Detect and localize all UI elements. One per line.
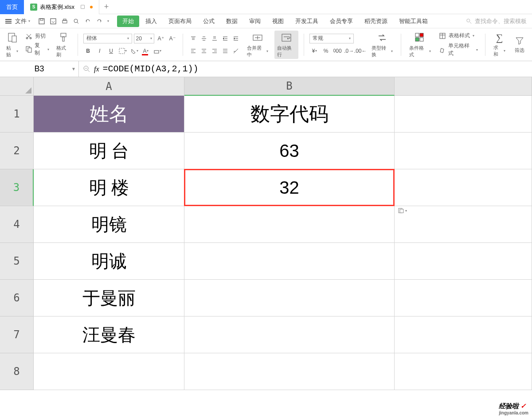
select-all-corner[interactable] xyxy=(0,77,34,96)
menu-页面布局[interactable]: 页面布局 xyxy=(163,16,197,27)
tab-home[interactable]: 首页 xyxy=(0,0,24,14)
qat-more-icon[interactable]: ▾ xyxy=(107,19,109,23)
menu-公式[interactable]: 公式 xyxy=(198,16,220,27)
autosum-button[interactable]: ∑ 求和▾ xyxy=(491,31,508,59)
cell-x5[interactable] xyxy=(395,243,532,280)
underline-button[interactable]: U xyxy=(106,46,116,56)
indent-increase-icon[interactable] xyxy=(231,34,241,43)
zoom-out-icon[interactable] xyxy=(83,66,90,73)
align-center-icon[interactable] xyxy=(199,46,209,56)
cell-x3[interactable] xyxy=(395,169,532,206)
decrease-decimal-icon[interactable]: .00← xyxy=(356,46,365,56)
cell-a2[interactable]: 明 台 xyxy=(34,133,184,169)
row-header-3[interactable]: 3 xyxy=(0,169,34,206)
menu-开始[interactable]: 开始 xyxy=(117,16,139,27)
file-menu[interactable]: 文件 ▾ xyxy=(5,17,30,25)
cut-button[interactable]: 剪切 xyxy=(23,32,51,40)
col-header-A[interactable]: A xyxy=(34,77,184,96)
cell-x2[interactable] xyxy=(395,133,532,169)
justify-icon[interactable] xyxy=(220,46,230,56)
font-size-select[interactable]: 20▾ xyxy=(134,34,154,43)
save-as-icon[interactable] xyxy=(50,18,57,25)
formula-input[interactable]: =CODE(MID(A3,2,1)) xyxy=(103,64,199,74)
cell-style-button[interactable]: 单元格样式▾ xyxy=(437,42,480,57)
format-painter[interactable]: 格式刷 xyxy=(55,31,72,58)
cell-a1[interactable]: 姓名 xyxy=(34,96,184,133)
cell-a5[interactable]: 明诚 xyxy=(34,243,184,280)
comma-icon[interactable]: 000 xyxy=(332,46,342,56)
cell-b6[interactable] xyxy=(184,280,395,316)
cell-x1[interactable] xyxy=(395,96,532,133)
paste-group[interactable]: 粘贴▾ xyxy=(4,31,20,58)
percent-icon[interactable]: % xyxy=(321,46,331,56)
col-header-B[interactable]: B xyxy=(184,77,395,96)
cell-x4[interactable] xyxy=(395,206,532,243)
paste-options-icon[interactable]: ▾ xyxy=(398,208,407,213)
name-box[interactable]: B3 ▼ xyxy=(0,61,79,77)
print-icon[interactable] xyxy=(61,18,68,25)
col-header-c[interactable] xyxy=(395,77,532,96)
row-header-8[interactable]: 8 xyxy=(0,353,34,390)
cell-x8[interactable] xyxy=(395,353,532,390)
row-header-2[interactable]: 2 xyxy=(0,133,34,169)
cell-a4[interactable]: 明镜 xyxy=(34,206,184,243)
preview-icon[interactable] xyxy=(73,18,80,25)
menu-插入[interactable]: 插入 xyxy=(140,16,162,27)
menu-数据[interactable]: 数据 xyxy=(221,16,243,27)
align-bottom-icon[interactable] xyxy=(210,34,219,43)
number-format-select[interactable]: 常规▾ xyxy=(309,34,354,43)
type-convert-button[interactable]: 类型转换▾ xyxy=(369,31,395,59)
currency-icon[interactable]: ¥▾ xyxy=(309,46,319,56)
wrap-text-button[interactable]: 自动换行 xyxy=(274,31,298,59)
indent-decrease-icon[interactable] xyxy=(220,34,230,43)
copy-button[interactable]: 复制▾ xyxy=(23,42,51,57)
cell-b7[interactable] xyxy=(184,316,395,353)
bold-button[interactable]: B xyxy=(83,46,93,56)
row-header-1[interactable]: 1 xyxy=(0,96,34,133)
row-header-6[interactable]: 6 xyxy=(0,280,34,316)
cell-a8[interactable] xyxy=(34,353,184,390)
align-left-icon[interactable] xyxy=(188,46,198,56)
cell-b1[interactable]: 数字代码 xyxy=(184,96,395,133)
row-header-5[interactable]: 5 xyxy=(0,243,34,280)
cell-x7[interactable] xyxy=(395,316,532,353)
font-name-select[interactable]: 楷体▾ xyxy=(83,34,132,43)
table-style-button[interactable]: 表格样式▾ xyxy=(437,32,480,39)
orient-icon[interactable] xyxy=(231,46,241,56)
menu-智能工具箱[interactable]: 智能工具箱 xyxy=(394,16,433,27)
cell-x6[interactable] xyxy=(395,280,532,316)
cell-a3[interactable]: 明 楼 xyxy=(34,169,184,206)
menu-审阅[interactable]: 审阅 xyxy=(244,16,266,27)
decrease-font-icon[interactable]: A⁻ xyxy=(168,34,177,43)
align-right-icon[interactable] xyxy=(210,46,219,56)
fx-icon[interactable]: fx xyxy=(94,65,99,73)
font-color-button[interactable]: A▾ xyxy=(141,46,151,56)
align-middle-icon[interactable] xyxy=(199,34,209,43)
row-header-7[interactable]: 7 xyxy=(0,316,34,353)
undo-icon[interactable] xyxy=(84,18,91,25)
cell-b4[interactable] xyxy=(184,206,395,243)
menu-开发工具[interactable]: 开发工具 xyxy=(290,16,324,27)
cell-a6[interactable]: 于曼丽 xyxy=(34,280,184,316)
align-top-icon[interactable] xyxy=(188,34,198,43)
cell-a7[interactable]: 汪曼春 xyxy=(34,316,184,353)
cell-b8[interactable] xyxy=(184,353,395,390)
increase-decimal-icon[interactable]: .0→ xyxy=(344,46,354,56)
increase-font-icon[interactable]: A⁺ xyxy=(156,34,166,43)
highlight-button[interactable]: ▾ xyxy=(153,46,162,56)
conditional-format-button[interactable]: 条件格式▾ xyxy=(407,31,433,59)
border-button[interactable]: ▾ xyxy=(118,46,128,56)
cell-b5[interactable] xyxy=(184,243,395,280)
italic-button[interactable]: I xyxy=(95,46,105,56)
filter-button[interactable]: 筛选 xyxy=(512,35,528,55)
search-box[interactable]: 查找命令、搜索模板 xyxy=(466,17,527,25)
menu-视图[interactable]: 视图 xyxy=(267,16,289,27)
row-header-4[interactable]: 4 xyxy=(0,206,34,243)
cell-b3[interactable]: 32 xyxy=(184,169,395,206)
menu-会员专享[interactable]: 会员专享 xyxy=(325,16,358,27)
tab-document[interactable]: S 表格案例.xlsx xyxy=(24,0,99,14)
save-icon[interactable] xyxy=(38,18,45,25)
cell-b2[interactable]: 63 xyxy=(184,133,395,169)
menu-稻壳资源[interactable]: 稻壳资源 xyxy=(359,16,393,27)
merge-center-button[interactable]: 合并居中▾ xyxy=(244,31,271,59)
